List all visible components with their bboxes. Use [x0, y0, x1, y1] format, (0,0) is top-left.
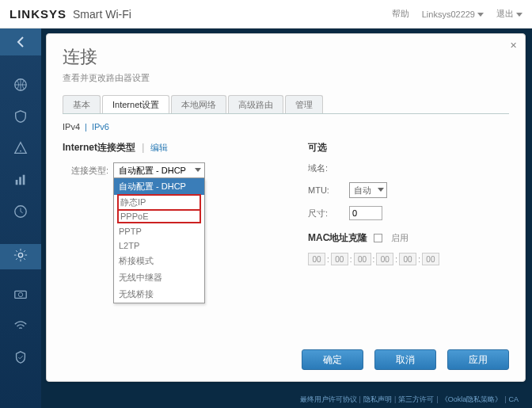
thirdparty-link[interactable]: 第三方许可 [398, 395, 434, 403]
opt-l2tp[interactable]: L2TP [114, 238, 204, 253]
tab-advanced[interactable]: 高级路由 [228, 95, 283, 113]
mac-1[interactable] [331, 253, 348, 265]
close-icon[interactable]: ✕ [510, 40, 517, 51]
mac-0[interactable] [308, 253, 325, 265]
back-button[interactable] [0, 29, 41, 55]
brand-sub: Smart Wi-Fi [73, 8, 131, 21]
footer-links: 最终用户许可协议|隐私声明|第三方许可|《Ookla隐私策略》|CA [298, 395, 521, 405]
chevron-left-icon [17, 36, 25, 48]
svg-point-8 [18, 292, 22, 296]
cancel-button[interactable]: 取消 [374, 349, 436, 370]
ip-version-tabs: IPv4|IPv6 [63, 114, 509, 139]
help-link[interactable]: 帮助 [392, 8, 409, 20]
mac-3[interactable] [376, 253, 393, 265]
wifi-icon[interactable] [13, 318, 28, 333]
apply-button[interactable]: 应用 [447, 349, 509, 370]
clock-icon[interactable] [13, 204, 28, 219]
globe-icon[interactable] [13, 78, 28, 92]
svg-rect-2 [16, 180, 18, 185]
svg-rect-4 [23, 175, 25, 185]
tab-basic[interactable]: 基本 [63, 95, 101, 113]
guard-icon[interactable] [13, 350, 28, 364]
edit-link[interactable]: 编辑 [150, 143, 168, 152]
brand-logo: LINKSYS [10, 7, 66, 21]
mtu-label: MTU: [308, 185, 349, 195]
mac-5[interactable] [422, 253, 439, 265]
mac-clone-title: MAC地址克隆启用 [308, 231, 509, 245]
optional-title: 可选 [308, 141, 509, 154]
dropdown-arrow-icon [195, 168, 201, 172]
svg-rect-3 [19, 177, 21, 185]
size-label: 尺寸: [308, 208, 349, 219]
ookla-link[interactable]: 《Ookla隐私策略》 [441, 395, 503, 403]
device-menu[interactable]: Linksys02229 [422, 10, 484, 19]
eula-link[interactable]: 最终用户许可协议 [300, 395, 357, 403]
mac-4[interactable] [399, 253, 416, 265]
top-bar: LINKSYS Smart Wi-Fi 帮助 Linksys02229 退出 [0, 0, 532, 29]
opt-pppoe[interactable]: PPPoE [117, 211, 201, 223]
chevron-down-icon [516, 13, 522, 17]
gear-icon[interactable] [0, 244, 41, 269]
chart-icon[interactable] [13, 173, 28, 187]
mac-fields: : : : : : [308, 253, 439, 265]
chevron-down-icon [477, 13, 484, 17]
conn-type-label: 连接类型: [63, 162, 108, 177]
enable-label: 启用 [391, 233, 408, 242]
mtu-select[interactable]: 自动 [349, 182, 387, 198]
svg-point-6 [18, 253, 22, 257]
ipv6-tab[interactable]: IPv6 [92, 122, 109, 132]
opt-dhcp[interactable]: 自动配置 - DHCP [114, 178, 204, 195]
tab-local[interactable]: 本地网络 [171, 95, 226, 113]
warn-icon[interactable] [13, 141, 28, 155]
opt-pptp[interactable]: PPTP [114, 224, 204, 238]
opt-bridge[interactable]: 桥接模式 [114, 253, 204, 269]
panel-title: 连接 [63, 45, 509, 69]
conn-type-dropdown: 自动配置 - DHCP 静态IP PPPoE PPTP L2TP 桥接模式 无线… [113, 178, 205, 303]
ca-link[interactable]: CA [508, 395, 519, 403]
tab-internet[interactable]: Internet设置 [102, 95, 169, 113]
mac-enable-checkbox[interactable] [374, 234, 382, 242]
conn-type-select[interactable]: 自动配置 - DHCP [113, 162, 205, 178]
domain-label: 域名: [308, 162, 349, 174]
opt-static[interactable]: 静态IP [117, 194, 201, 211]
privacy-link[interactable]: 隐私声明 [363, 395, 392, 403]
top-right: 帮助 Linksys02229 退出 [392, 8, 522, 20]
dropdown-arrow-icon [378, 188, 384, 192]
svg-point-1 [20, 151, 21, 152]
opt-wbridge[interactable]: 无线桥接 [114, 286, 204, 303]
sidebar [0, 29, 41, 408]
conn-type-title: Internet连接类型|编辑 [63, 141, 292, 154]
ok-button[interactable]: 确定 [302, 349, 363, 370]
mac-2[interactable] [354, 253, 371, 265]
ipv4-tab[interactable]: IPv4 [63, 122, 80, 132]
shield-icon[interactable] [13, 109, 28, 124]
tab-strip: 基本 Internet设置 本地网络 高级路由 管理 [63, 95, 509, 114]
camera-icon[interactable] [13, 287, 28, 301]
opt-repeater[interactable]: 无线中继器 [114, 269, 204, 286]
size-input[interactable] [349, 206, 382, 220]
panel-subtitle: 查看并更改路由器设置 [63, 72, 509, 84]
tab-admin[interactable]: 管理 [285, 95, 323, 113]
action-buttons: 确定 取消 应用 [302, 349, 509, 370]
settings-panel: ✕ 连接 查看并更改路由器设置 基本 Internet设置 本地网络 高级路由 … [46, 33, 526, 382]
logout-link[interactable]: 退出 [496, 8, 522, 20]
